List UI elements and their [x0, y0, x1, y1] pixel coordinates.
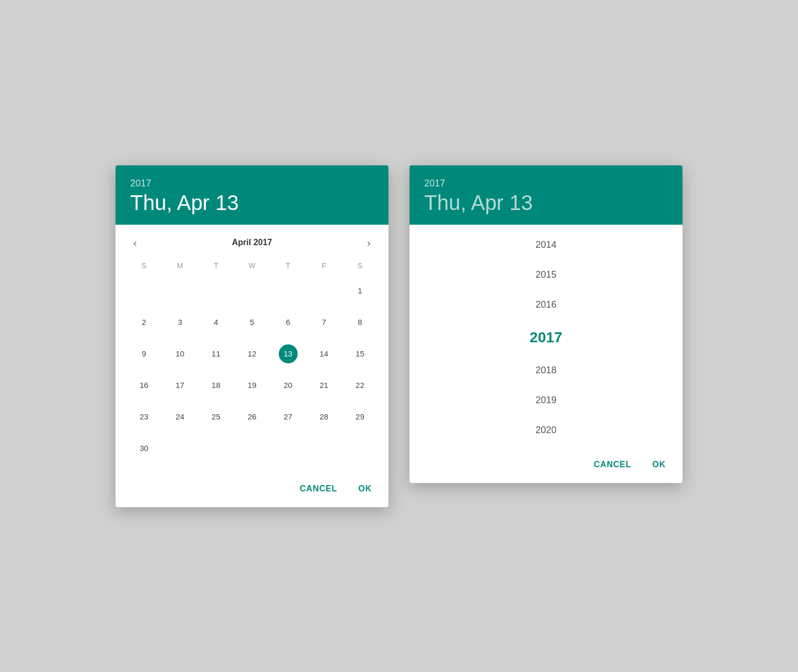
year-item-2018[interactable]: 2018	[410, 355, 682, 385]
calendar-day-empty-05	[306, 275, 342, 307]
calendar-day-24[interactable]: 24	[162, 401, 198, 433]
calendar-grid: S M T W T F S 12345678910111213141516171…	[126, 258, 378, 464]
calendar-day-12[interactable]: 12	[234, 338, 270, 370]
day-header-w: W	[234, 258, 270, 273]
calendar-day-26[interactable]: 26	[234, 401, 270, 433]
calendar-day-2[interactable]: 2	[126, 307, 162, 338]
calendar-body: ‹ April 2017 › S M T W T F S 12345678910…	[116, 225, 388, 475]
year-picker-cancel-button[interactable]: CANCEL	[585, 455, 639, 475]
year-item-2019[interactable]: 2019	[410, 385, 682, 415]
day-headers-row: S M T W T F S	[126, 258, 378, 273]
day-header-t2: T	[270, 258, 306, 273]
calendar-day-30[interactable]: 30	[126, 433, 162, 464]
year-picker-body: 2014201520162017201820192020	[410, 225, 682, 450]
calendar-cancel-button[interactable]: CANCEL	[291, 479, 345, 499]
next-month-button[interactable]: ›	[362, 235, 376, 250]
year-picker-header-year: 2017	[424, 178, 668, 189]
calendar-day-18[interactable]: 18	[198, 370, 234, 401]
calendar-day-empty-51	[162, 433, 198, 464]
calendar-day-7[interactable]: 7	[306, 307, 342, 338]
calendar-day-20[interactable]: 20	[270, 370, 306, 401]
calendar-weeks: 1234567891011121314151617181920212223242…	[126, 275, 378, 464]
calendar-day-1[interactable]: 1	[342, 275, 378, 307]
calendar-day-15[interactable]: 15	[342, 338, 378, 370]
calendar-day-9[interactable]: 9	[126, 338, 162, 370]
calendar-day-22[interactable]: 22	[342, 370, 378, 401]
calendar-day-21[interactable]: 21	[306, 370, 342, 401]
calendar-day-empty-00	[126, 275, 162, 307]
calendar-dialog-actions: CANCEL OK	[116, 475, 388, 507]
calendar-dialog: 2017 Thu, Apr 13 ‹ April 2017 › S M T W …	[116, 165, 388, 507]
calendar-day-4[interactable]: 4	[198, 307, 234, 338]
year-item-2020[interactable]: 2020	[410, 415, 682, 445]
calendar-day-empty-56	[342, 433, 378, 464]
calendar-nav: ‹ April 2017 ›	[126, 231, 378, 258]
year-item-2016[interactable]: 2016	[410, 290, 682, 320]
calendar-day-empty-54	[270, 433, 306, 464]
calendar-day-27[interactable]: 27	[270, 401, 306, 433]
calendar-week-3: 9101112131415	[126, 338, 378, 370]
calendar-day-empty-02	[198, 275, 234, 307]
year-picker-dialog-actions: CANCEL OK	[410, 450, 682, 483]
calendar-day-11[interactable]: 11	[198, 338, 234, 370]
year-item-2015[interactable]: 2015	[410, 260, 682, 290]
year-item-2014[interactable]: 2014	[410, 230, 682, 260]
calendar-day-19[interactable]: 19	[234, 370, 270, 401]
dialogs-container: 2017 Thu, Apr 13 ‹ April 2017 › S M T W …	[116, 165, 682, 507]
calendar-day-empty-52	[198, 433, 234, 464]
calendar-day-empty-55	[306, 433, 342, 464]
calendar-week-5: 23242526272829	[126, 401, 378, 433]
calendar-day-14[interactable]: 14	[306, 338, 342, 370]
calendar-day-8[interactable]: 8	[342, 307, 378, 338]
day-header-s2: S	[342, 258, 378, 273]
calendar-day-29[interactable]: 29	[342, 401, 378, 433]
calendar-header-date: Thu, Apr 13	[130, 191, 374, 214]
calendar-week-2: 2345678	[126, 307, 378, 338]
year-picker-header-date: Thu, Apr 13	[424, 191, 668, 214]
year-picker-ok-button[interactable]: OK	[644, 455, 674, 475]
year-item-2017[interactable]: 2017	[410, 320, 682, 355]
calendar-ok-button[interactable]: OK	[350, 479, 380, 499]
calendar-day-16[interactable]: 16	[126, 370, 162, 401]
day-header-f: F	[306, 258, 342, 273]
calendar-week-6: 30	[126, 433, 378, 464]
calendar-dialog-header: 2017 Thu, Apr 13	[116, 165, 388, 225]
calendar-day-10[interactable]: 10	[162, 338, 198, 370]
calendar-day-empty-53	[234, 433, 270, 464]
calendar-day-13[interactable]: 13	[270, 338, 306, 370]
calendar-day-empty-01	[162, 275, 198, 307]
calendar-header-year: 2017	[130, 178, 374, 189]
calendar-day-17[interactable]: 17	[162, 370, 198, 401]
calendar-day-empty-04	[270, 275, 306, 307]
calendar-day-23[interactable]: 23	[126, 401, 162, 433]
day-header-m: M	[162, 258, 198, 273]
calendar-month-label: April 2017	[232, 238, 272, 247]
day-header-s1: S	[126, 258, 162, 273]
calendar-week-1: 1	[126, 275, 378, 307]
calendar-day-6[interactable]: 6	[270, 307, 306, 338]
calendar-day-empty-03	[234, 275, 270, 307]
day-header-t1: T	[198, 258, 234, 273]
calendar-day-25[interactable]: 25	[198, 401, 234, 433]
prev-month-button[interactable]: ‹	[128, 235, 142, 250]
year-picker-dialog: 2017 Thu, Apr 13 20142015201620172018201…	[410, 165, 682, 483]
year-picker-dialog-header: 2017 Thu, Apr 13	[410, 165, 682, 225]
calendar-day-5[interactable]: 5	[234, 307, 270, 338]
calendar-week-4: 16171819202122	[126, 370, 378, 401]
calendar-day-3[interactable]: 3	[162, 307, 198, 338]
calendar-day-28[interactable]: 28	[306, 401, 342, 433]
